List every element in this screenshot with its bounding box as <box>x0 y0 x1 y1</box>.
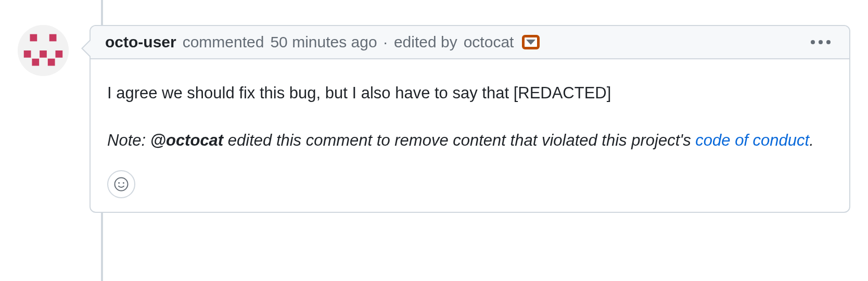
comment-header: octo-user commented 50 minutes ago · edi… <box>91 26 849 59</box>
svg-rect-4 <box>40 50 47 58</box>
comment-caret-icon <box>81 40 90 57</box>
comment-author[interactable]: octo-user <box>105 33 176 51</box>
svg-rect-7 <box>48 59 55 66</box>
svg-rect-1 <box>30 34 37 42</box>
edit-history-dropdown[interactable] <box>522 35 540 49</box>
svg-point-9 <box>118 182 120 184</box>
avatar[interactable] <box>18 25 69 76</box>
comment-box: octo-user commented 50 minutes ago · edi… <box>90 25 850 213</box>
kebab-dot-icon <box>826 40 831 44</box>
separator-dot: · <box>384 33 388 51</box>
moderation-note: Note: @octocat edited this comment to re… <box>107 129 833 153</box>
svg-rect-5 <box>56 50 63 58</box>
edited-prefix: edited by <box>394 33 457 51</box>
comment-header-left: octo-user commented 50 minutes ago · edi… <box>105 33 540 51</box>
note-prefix: Note: <box>107 131 150 149</box>
note-mid: edited this comment to remove content th… <box>223 131 695 149</box>
kebab-dot-icon <box>811 40 815 44</box>
comment-timestamp[interactable]: 50 minutes ago <box>270 33 377 51</box>
comment-text: I agree we should fix this bug, but I al… <box>107 81 833 106</box>
add-reaction-button[interactable] <box>107 170 135 198</box>
smiley-icon <box>113 176 129 192</box>
svg-rect-6 <box>32 59 39 66</box>
svg-rect-3 <box>24 50 31 58</box>
kebab-dot-icon <box>819 40 823 44</box>
comment-actions-menu[interactable] <box>807 37 835 47</box>
comment-container: octo-user commented 50 minutes ago · edi… <box>18 25 850 213</box>
comment-action: commented <box>183 33 264 51</box>
svg-rect-2 <box>49 34 57 42</box>
svg-point-8 <box>115 178 128 191</box>
comment-body: I agree we should fix this bug, but I al… <box>91 59 849 212</box>
avatar-pattern-icon <box>18 25 69 76</box>
note-mention[interactable]: @octocat <box>150 131 223 149</box>
svg-point-10 <box>123 182 124 184</box>
note-suffix: . <box>809 131 814 149</box>
caret-down-icon <box>526 40 535 45</box>
edited-by-user[interactable]: octocat <box>464 33 514 51</box>
code-of-conduct-link[interactable]: code of conduct <box>695 131 809 149</box>
